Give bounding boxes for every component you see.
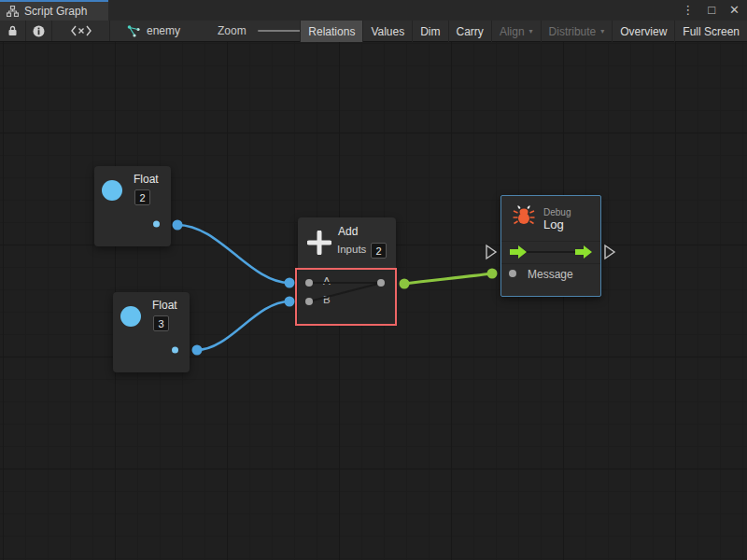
inspect-button[interactable] <box>26 21 52 41</box>
menu-icon[interactable]: ⋮ <box>682 0 694 21</box>
wire-endpoint[interactable] <box>285 297 295 307</box>
graph-icon <box>7 6 19 17</box>
close-icon[interactable]: ✕ <box>729 0 740 21</box>
tab-script-graph[interactable]: Script Graph <box>0 0 108 21</box>
wire-endpoint[interactable] <box>285 278 295 288</box>
flow-port-row[interactable] <box>501 241 600 264</box>
add-node-body[interactable]: A B <box>298 268 396 325</box>
node-add[interactable]: Add Inputs 2 A B <box>298 217 396 325</box>
zoom-label: Zoom <box>218 24 247 37</box>
carry-button[interactable]: Carry <box>448 21 491 42</box>
code-view-button[interactable] <box>52 21 110 41</box>
graph-name: enemy <box>147 24 180 37</box>
graph-canvas[interactable]: Float 2 Float 3 Add Inputs 2 A B <box>0 42 747 560</box>
info-icon <box>33 25 45 37</box>
add-node-header[interactable]: Add Inputs 2 <box>298 217 396 268</box>
port-label-b: B <box>323 294 331 305</box>
wire-float2-to-add-b[interactable] <box>197 301 289 350</box>
float-icon <box>102 180 122 201</box>
script-graph-window: Script Graph ⋮ □ ✕ <box>0 0 747 560</box>
code-icon <box>71 25 92 36</box>
node-title: Float <box>152 299 177 312</box>
node-float-2[interactable]: Float 3 <box>113 292 190 372</box>
plus-icon <box>307 231 331 255</box>
float-icon <box>120 306 141 327</box>
maximize-icon[interactable]: □ <box>708 0 715 21</box>
flow-exit-triangle-icon[interactable] <box>605 245 614 259</box>
chevron-down-icon: ▾ <box>529 27 533 35</box>
overview-button[interactable]: Overview <box>612 21 674 42</box>
wire-add-to-debug-message[interactable] <box>404 273 492 284</box>
float-value-input[interactable]: 2 <box>134 189 150 205</box>
flow-entry-triangle-icon[interactable] <box>486 245 496 259</box>
wire-endpoint[interactable] <box>487 269 498 279</box>
relations-button[interactable]: Relations <box>300 21 362 42</box>
distribute-button[interactable]: Distribute▾ <box>541 21 613 42</box>
node-float-1[interactable]: Float 2 <box>94 166 171 246</box>
lock-button[interactable] <box>0 21 26 41</box>
node-category: Debug <box>543 207 571 217</box>
bug-icon <box>513 205 535 225</box>
enemy-graph-icon <box>127 25 141 37</box>
wire-float1-to-add-a[interactable] <box>177 225 289 283</box>
graph-reference[interactable]: enemy <box>118 21 190 41</box>
inputs-label: Inputs <box>337 244 366 255</box>
align-button[interactable]: Align▾ <box>491 21 541 42</box>
tab-title: Script Graph <box>24 5 87 18</box>
inputs-count-input[interactable]: 2 <box>371 243 387 259</box>
port-label-message: Message <box>528 268 573 281</box>
port-label-a: A <box>323 275 331 287</box>
fullscreen-button[interactable]: Full Screen <box>674 21 747 42</box>
lock-icon <box>7 25 18 36</box>
float-value-input[interactable]: 3 <box>153 315 169 331</box>
wire-endpoint[interactable] <box>192 345 203 356</box>
node-title: Log <box>543 217 564 231</box>
node-debug-log[interactable]: Debug Log Message <box>500 195 601 297</box>
toolbar: enemy Zoom 1x Relations Values Dim Carry… <box>0 21 747 42</box>
dim-button[interactable]: Dim <box>412 21 447 42</box>
title-bar: Script Graph ⋮ □ ✕ <box>0 0 747 21</box>
wire-endpoint[interactable] <box>173 220 183 231</box>
chevron-down-icon: ▾ <box>600 27 604 35</box>
node-title: Float <box>134 173 159 186</box>
values-button[interactable]: Values <box>362 21 412 42</box>
node-title: Add <box>338 225 358 238</box>
wire-endpoint[interactable] <box>400 279 410 289</box>
